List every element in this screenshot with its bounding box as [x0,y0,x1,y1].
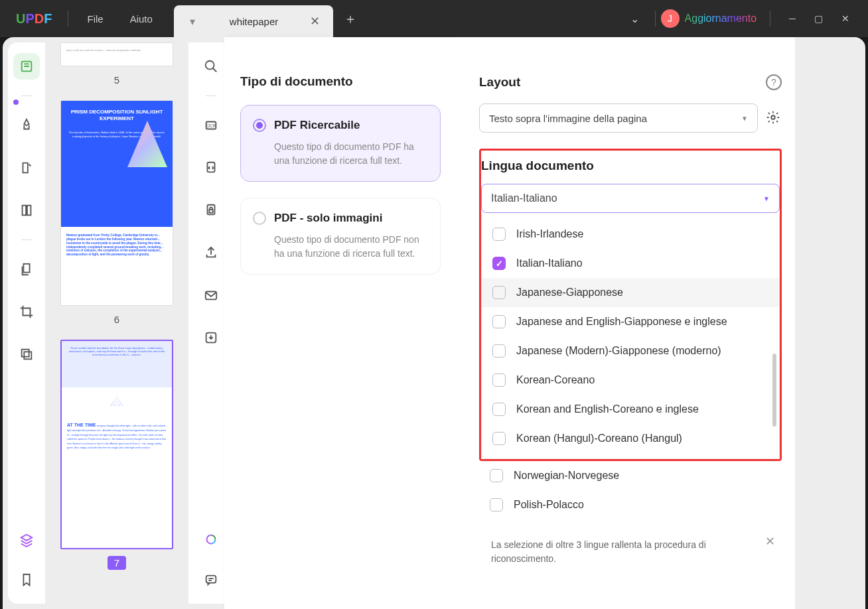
checkbox-icon [492,432,506,445]
ai-icon[interactable] [198,527,224,553]
divider [655,11,656,27]
thumbnail-page-6[interactable]: PRISM DECOMPOSITION SUNLIGHT EXPERIMENT … [60,100,173,306]
help-icon[interactable]: ? [766,74,782,90]
lock-icon[interactable] [198,197,224,224]
checkbox-icon [490,469,503,482]
svg-rect-5 [24,352,31,359]
copy-tool[interactable] [13,256,40,283]
comment-icon[interactable] [198,567,224,593]
option-searchable-pdf[interactable]: PDF Ricercabile Questo tipo di documento… [240,105,441,182]
language-option[interactable]: Norwegian-Norvegese [479,461,782,490]
close-icon[interactable]: ✕ [765,533,775,551]
checkbox-icon [492,344,506,358]
pages-tool[interactable] [13,197,40,224]
separator [21,96,32,96]
menu-file[interactable]: File [74,13,116,25]
language-option[interactable]: Korean and English-Coreano e inglese [482,395,779,424]
radio-icon [253,119,266,132]
svg-rect-4 [22,350,29,357]
layers-tool[interactable] [13,527,40,553]
workspace: point is the line and the surface... rat… [3,37,865,609]
share-icon[interactable] [198,239,224,266]
svg-rect-19 [209,210,213,213]
minimize-icon[interactable]: ─ [789,13,796,24]
bookmark-tool[interactable] [13,567,40,593]
language-dropdown-list[interactable]: Irish-IrlandeseItalian-ItalianoJapanese-… [481,214,780,459]
checkbox-icon [492,373,506,387]
stack-tool[interactable] [13,341,40,368]
edit-tool[interactable] [13,155,40,181]
avatar[interactable]: J [661,9,680,28]
thumbnail-page-5[interactable]: point is the line and the surface... rat… [60,42,173,66]
indicator-dot [13,100,19,105]
chevron-down-icon: ▼ [741,115,748,122]
language-option[interactable]: Italian-Italiano [482,249,779,278]
separator [206,96,216,96]
app-logo: UPDF [5,11,62,27]
svg-rect-20 [206,292,217,300]
divider [68,11,68,27]
maximize-icon[interactable]: ▢ [814,13,823,24]
left-toolbar [8,42,45,604]
svg-text:M: M [114,405,115,407]
search-icon[interactable] [198,53,224,80]
checkbox-icon [492,228,506,241]
page-number: 6 [108,312,126,326]
menu-help[interactable]: Aiuto [117,13,166,25]
page-number: 7 [108,556,126,570]
language-option[interactable]: Irish-Irlandese [482,220,779,249]
chevron-down-icon[interactable]: ⌄ [620,13,650,25]
tab-title: whitepaper [214,16,294,27]
checkbox-icon [492,286,506,299]
gear-icon[interactable] [766,110,782,126]
layout-select[interactable]: Testo sopra l'immagine della pagina ▼ [479,103,758,133]
tab-dropdown-icon[interactable]: ▾ [187,16,198,27]
language-option[interactable]: Polish-Polacco [479,490,782,519]
svg-rect-2 [27,206,31,216]
layout-language-panel: Layout ? Testo sopra l'immagine della pa… [457,37,795,609]
thumbnail-page-7[interactable]: These studies laid the foundation for th… [60,340,173,549]
highlighted-section: Lingua documento Italian-Italiano ▼ Iris… [479,149,782,461]
svg-text:D: D [111,405,111,406]
highlight-tool[interactable] [13,112,40,139]
thumbnail-panel: point is the line and the surface... rat… [45,37,188,609]
save-icon[interactable] [198,324,224,351]
document-tab[interactable]: ▾ whitepaper ✕ [174,5,333,37]
mail-icon[interactable] [198,282,224,308]
close-window-icon[interactable]: ✕ [841,13,849,24]
radio-icon [253,212,266,225]
svg-text:OCR: OCR [206,123,216,128]
svg-point-13 [771,115,775,119]
document-type-panel: Tipo di documento PDF Ricercabile Questo… [224,37,457,609]
checkbox-icon [492,257,506,270]
close-icon[interactable]: ✕ [310,14,320,29]
reader-tool[interactable] [13,53,40,80]
checkbox-icon [490,498,503,511]
divider [770,11,770,27]
language-option[interactable]: Japanese-Giapponese [482,278,779,307]
ocr-icon[interactable]: OCR [198,112,224,139]
crop-tool[interactable] [13,299,40,325]
language-option[interactable]: Korean (Hangul)-Coreano (Hangul) [482,424,779,453]
scrollbar[interactable] [772,354,776,427]
checkbox-icon [492,403,506,416]
svg-rect-1 [23,206,27,216]
separator [21,239,32,240]
language-option[interactable]: Korean-Coreano [482,366,779,395]
svg-text:N: N [119,405,119,406]
upgrade-link[interactable]: Aggiornamento [685,13,757,25]
svg-point-14 [206,61,214,70]
language-select[interactable]: Italian-Italiano ▼ [481,184,780,213]
svg-rect-3 [23,264,29,273]
language-option[interactable]: Japanese (Modern)-Giapponese (moderno) [482,336,779,366]
checkbox-icon [492,315,506,328]
svg-text:A: A [117,396,117,397]
new-tab-button[interactable]: ＋ [344,10,357,28]
convert-icon[interactable] [198,155,224,181]
language-option[interactable]: Japanese and English-Giapponese e ingles… [482,307,779,336]
option-image-only-pdf[interactable]: PDF - solo immagini Questo tipo di docum… [240,198,441,275]
titlebar: UPDF File Aiuto ▾ whitepaper ✕ ＋ ⌄ J Agg… [0,0,868,37]
svg-text:E: E [122,405,123,406]
panel-title: Tipo di documento [240,74,441,89]
layout-label: Layout [479,75,520,90]
